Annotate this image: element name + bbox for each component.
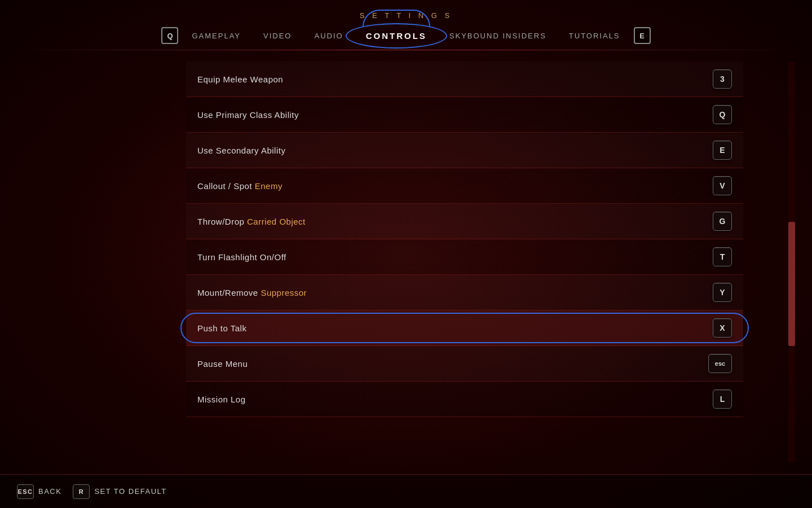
default-label: SET TO DEFAULT	[94, 487, 166, 496]
control-row[interactable]: Mission Log L	[186, 382, 743, 417]
back-action: esc BACK	[17, 484, 61, 499]
control-name: Push to Talk	[197, 323, 246, 333]
control-row[interactable]: Throw/Drop Carried Object G	[186, 204, 743, 239]
control-name: Pause Menu	[197, 359, 248, 369]
scrollbar-track[interactable]	[788, 62, 795, 463]
control-name: Mount/Remove Suppressor	[197, 288, 307, 297]
control-row[interactable]: Mount/Remove Suppressor Y	[186, 275, 743, 310]
control-name: Equip Melee Weapon	[197, 75, 283, 84]
control-row[interactable]: Use Primary Class Ability Q	[186, 97, 743, 133]
tab-skybound[interactable]: SKYBOUND INSIDERS	[440, 28, 555, 43]
key-badge: Q	[713, 105, 732, 124]
tab-navigation: Q GAMEPLAY VIDEO AUDIO CONTROLS SKYBOUND…	[0, 20, 812, 50]
scrollbar-thumb[interactable]	[788, 222, 795, 346]
main-container: S e t t i n g s Q GAMEPLAY VIDEO AUDIO C…	[0, 0, 812, 508]
control-row[interactable]: Push to Talk X	[186, 310, 743, 346]
key-badge: G	[713, 212, 732, 231]
control-row[interactable]: Pause Menu esc	[186, 346, 743, 382]
tab-controls[interactable]: CONTROLS	[357, 28, 436, 44]
key-badge: L	[713, 389, 732, 409]
key-badge: V	[713, 176, 732, 195]
control-row[interactable]: Use Secondary Ability E	[186, 133, 743, 168]
tab-audio[interactable]: AUDIO	[305, 28, 352, 43]
control-name: Mission Log	[197, 395, 246, 404]
key-badge: 3	[713, 69, 732, 89]
tab-video[interactable]: VIDEO	[254, 28, 301, 43]
bottom-bar: esc BACK R SET TO DEFAULT	[0, 474, 812, 508]
control-row[interactable]: Callout / Spot Enemy V	[186, 168, 743, 204]
controls-list: Equip Melee Weapon 3 Use Primary Class A…	[0, 56, 788, 468]
push-to-talk-highlight-circle	[180, 313, 749, 343]
key-badge: T	[713, 247, 732, 266]
content-area: Equip Melee Weapon 3 Use Primary Class A…	[0, 50, 812, 474]
key-badge: E	[713, 141, 732, 160]
key-badge: X	[713, 318, 732, 338]
control-name: Use Secondary Ability	[197, 146, 285, 155]
control-row[interactable]: Turn Flashlight On/Off T	[186, 239, 743, 275]
default-action: R SET TO DEFAULT	[73, 484, 166, 499]
control-name: Callout / Spot Enemy	[197, 181, 283, 191]
nav-right-key: E	[634, 27, 651, 44]
back-label: BACK	[38, 487, 61, 496]
control-row[interactable]: Equip Melee Weapon 3	[186, 62, 743, 97]
key-badge: esc	[708, 354, 732, 373]
nav-left-key: Q	[161, 27, 178, 44]
control-name: Use Primary Class Ability	[197, 110, 299, 120]
back-key-badge: esc	[17, 484, 34, 499]
tab-gameplay[interactable]: GAMEPLAY	[183, 28, 250, 43]
default-key-badge: R	[73, 484, 90, 499]
control-name: Turn Flashlight On/Off	[197, 252, 286, 262]
key-badge: Y	[713, 283, 732, 302]
settings-label: S e t t i n g s	[360, 1, 452, 20]
tab-tutorials[interactable]: TUTORIALS	[560, 28, 629, 43]
control-name: Throw/Drop Carried Object	[197, 217, 306, 226]
header: S e t t i n g s	[0, 0, 812, 20]
